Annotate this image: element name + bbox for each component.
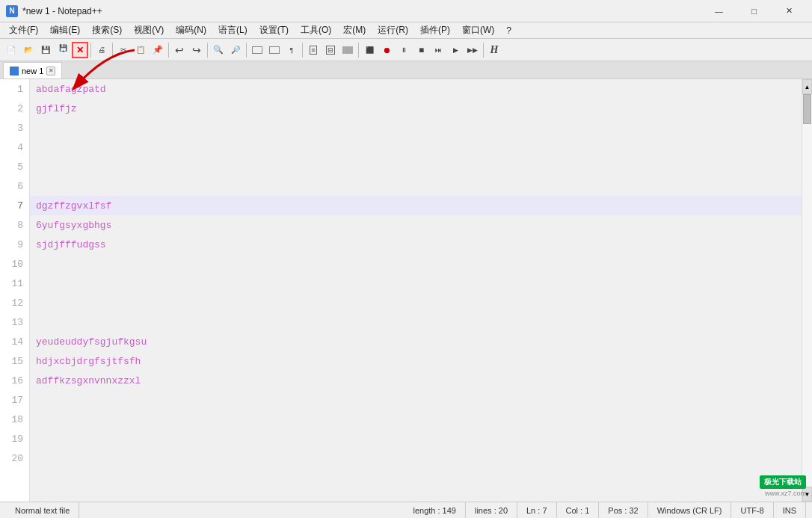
menu-encoding[interactable]: 编码(N) bbox=[170, 22, 212, 39]
line-number-3: 3 bbox=[6, 118, 23, 138]
close-button[interactable]: ✕ bbox=[772, 3, 806, 19]
maximize-button[interactable]: □ bbox=[737, 3, 771, 19]
find-button[interactable]: 🔍 bbox=[210, 42, 227, 58]
line-number-16: 16 bbox=[6, 371, 23, 390]
save-all-icon: 💾 + xx bbox=[60, 46, 67, 54]
editor-line-17 bbox=[30, 390, 802, 410]
tb-btn-6[interactable] bbox=[339, 42, 356, 58]
save-all-button[interactable]: 💾 + xx bbox=[55, 42, 71, 58]
status-length: length : 149 bbox=[404, 502, 466, 518]
editor-line-9: sjdjfffudgss bbox=[30, 235, 802, 254]
line-text-8: 6yufgsyxgbhgs bbox=[36, 220, 111, 231]
menu-run[interactable]: 运行(R) bbox=[372, 22, 414, 39]
editor-line-6 bbox=[30, 176, 802, 196]
undo-button[interactable]: ↩ bbox=[171, 42, 188, 58]
menu-search[interactable]: 搜索(S) bbox=[86, 22, 128, 39]
line-text-1: abdafagzpatd bbox=[36, 84, 106, 95]
menu-window[interactable]: 窗口(W) bbox=[456, 22, 500, 39]
separator-4 bbox=[207, 43, 208, 58]
editor-line-5 bbox=[30, 157, 802, 176]
status-file-type: Normal text file bbox=[6, 502, 79, 518]
tb-btn-13[interactable]: ▶▶ bbox=[464, 42, 481, 58]
paste-icon: 📌 bbox=[153, 45, 163, 55]
menu-macro[interactable]: 宏(M) bbox=[337, 22, 372, 39]
menu-tools[interactable]: 工具(O) bbox=[295, 22, 337, 39]
tb-btn-5[interactable]: ⊟ bbox=[322, 42, 339, 58]
menu-help[interactable]: ? bbox=[500, 22, 517, 39]
h-button[interactable]: H bbox=[486, 42, 502, 58]
line-number-19: 19 bbox=[6, 429, 23, 448]
editor-line-1: abdafagzpatd bbox=[30, 79, 802, 99]
menu-view[interactable]: 视图(V) bbox=[128, 22, 170, 39]
editor-area: 1234567891011121314151617181920 abdafagz… bbox=[0, 79, 812, 502]
window-title: *new 1 - Notepad++ bbox=[22, 6, 102, 16]
open-button[interactable]: 📂 bbox=[20, 42, 37, 58]
print-button[interactable]: 🖨 bbox=[93, 42, 110, 58]
copy-button[interactable]: 📋 bbox=[132, 42, 149, 58]
undo-icon: ↩ bbox=[175, 44, 184, 56]
line-number-1: 1 bbox=[6, 79, 23, 99]
editor-line-13 bbox=[30, 312, 802, 332]
window-controls: — □ ✕ bbox=[702, 3, 806, 19]
tab-bar: new 1 ✕ bbox=[0, 61, 812, 79]
status-encoding: UTF-8 bbox=[731, 502, 773, 518]
line-text-14: yeudeuddyfsgjufkgsu bbox=[36, 336, 147, 348]
h-icon: H bbox=[490, 44, 499, 56]
editor-line-11 bbox=[30, 274, 802, 293]
close-button-toolbar[interactable]: ✕ bbox=[72, 42, 88, 58]
tb-btn-9[interactable]: ⏸ bbox=[396, 42, 412, 58]
tab-file-icon bbox=[10, 67, 19, 75]
redo-button[interactable]: ↪ bbox=[188, 42, 205, 58]
copy-icon: 📋 bbox=[136, 46, 145, 54]
tb-btn-4[interactable]: ≡ bbox=[305, 42, 322, 58]
editor-line-15: hdjxcbjdrgfsjtfsfh bbox=[30, 351, 802, 371]
tb-btn-8[interactable]: ⏺ bbox=[378, 42, 395, 58]
menu-settings[interactable]: 设置(T) bbox=[253, 22, 295, 39]
save-button[interactable]: 💾 bbox=[37, 42, 54, 58]
find-icon: 🔍 bbox=[213, 45, 224, 55]
status-ins: INS bbox=[774, 502, 806, 518]
separator-3 bbox=[168, 43, 169, 58]
line-number-10: 10 bbox=[6, 254, 23, 274]
line-number-13: 13 bbox=[6, 312, 23, 332]
title-bar-left: N *new 1 - Notepad++ bbox=[6, 5, 102, 17]
tb-btn-2[interactable] bbox=[266, 42, 283, 58]
paste-button[interactable]: 📌 bbox=[150, 42, 166, 58]
editor-line-18 bbox=[30, 410, 802, 429]
minimize-button[interactable]: — bbox=[702, 3, 736, 19]
new-button[interactable]: 📄 bbox=[3, 42, 19, 58]
editor-content[interactable]: abdafagzpatdgjflfjz dgzffzgvxlfsf6yufgsy… bbox=[30, 79, 802, 502]
status-bar: Normal text file length : 149 lines : 20… bbox=[0, 502, 812, 518]
tb-btn-12[interactable]: ▶ bbox=[447, 42, 464, 58]
status-pos: Pos : 32 bbox=[599, 502, 648, 518]
toolbar: 📄 📂 💾 💾 + xx ✕ 🖨 ✂ 📋 📌 ↩ ↪ 🔍 🔎 ¶ ≡ ⊟ ⬛ ⏺… bbox=[0, 39, 812, 61]
line-number-4: 4 bbox=[6, 138, 23, 157]
separator-6 bbox=[302, 43, 303, 58]
tb-btn-1[interactable] bbox=[249, 42, 265, 58]
tb-btn-7[interactable]: ⬛ bbox=[361, 42, 378, 58]
scroll-thumb[interactable] bbox=[803, 94, 811, 124]
scroll-up-arrow[interactable]: ▲ bbox=[802, 79, 812, 94]
line-number-17: 17 bbox=[6, 390, 23, 410]
separator-5 bbox=[246, 43, 247, 58]
tab-new1[interactable]: new 1 ✕ bbox=[3, 62, 62, 78]
scroll-down-arrow[interactable]: ▼ bbox=[802, 487, 812, 502]
menu-file[interactable]: 文件(F) bbox=[3, 22, 44, 39]
vertical-scrollbar[interactable]: ▲ ▼ bbox=[802, 79, 812, 502]
menu-language[interactable]: 语言(L) bbox=[212, 22, 253, 39]
menu-edit[interactable]: 编辑(E) bbox=[44, 22, 86, 39]
tab-close-button[interactable]: ✕ bbox=[46, 67, 55, 75]
tb-btn-11[interactable]: ⏭ bbox=[430, 42, 446, 58]
line-number-9: 9 bbox=[6, 235, 23, 254]
line-number-5: 5 bbox=[6, 157, 23, 176]
line-text-9: sjdjfffudgss bbox=[36, 239, 106, 250]
find-replace-button[interactable]: 🔎 bbox=[227, 42, 244, 58]
save-icon: 💾 bbox=[41, 46, 50, 54]
status-ln: Ln : 7 bbox=[517, 502, 557, 518]
cut-button[interactable]: ✂ bbox=[115, 42, 132, 58]
tb-btn-10[interactable]: ⏹ bbox=[413, 42, 429, 58]
tb-btn-3[interactable]: ¶ bbox=[283, 42, 300, 58]
line-number-11: 11 bbox=[6, 274, 23, 293]
menu-plugins[interactable]: 插件(P) bbox=[414, 22, 456, 39]
editor-line-19 bbox=[30, 429, 802, 448]
